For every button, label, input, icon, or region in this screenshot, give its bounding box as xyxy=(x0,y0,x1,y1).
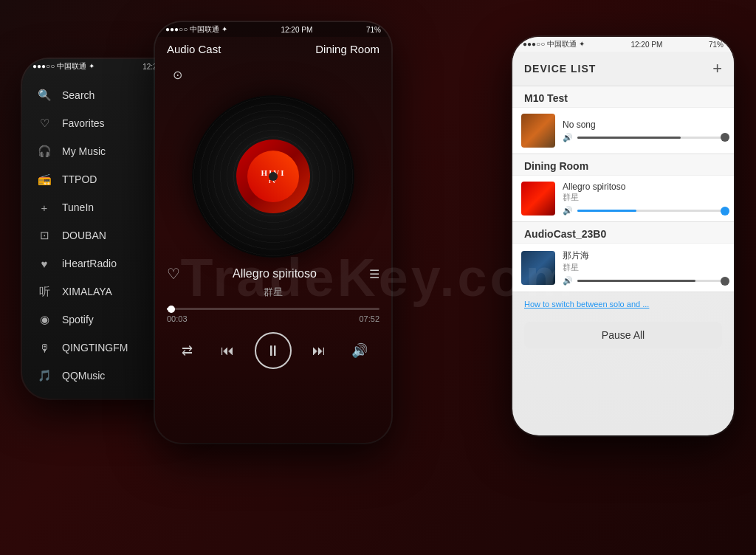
device-section-2: AudioCast_23B0 那片海 群星 🔊 xyxy=(512,222,734,292)
volume-icon-1: 🔊 xyxy=(563,206,573,216)
device-song-1: Allegro spiritoso xyxy=(563,182,725,192)
time-current: 00:03 xyxy=(167,314,188,323)
playlist-button[interactable]: ☰ xyxy=(369,267,379,281)
status-time-right: 12:20 PM xyxy=(630,41,662,49)
status-battery-right: 71% xyxy=(709,41,724,49)
player-controls-area: ♡ Allegro spiritoso ☰ 群星 00:03 07:52 ⇄ xyxy=(155,265,391,443)
time-total: 07:52 xyxy=(359,314,379,323)
device-volume-row-0: 🔊 xyxy=(563,133,725,142)
device-song-2: 那片海 xyxy=(563,249,725,262)
player-header: Audio Cast Dining Room xyxy=(155,37,391,61)
ximalaya-icon: 听 xyxy=(37,284,52,299)
ttpod-icon: 📻 xyxy=(37,172,52,187)
player-header-right: Dining Room xyxy=(315,43,379,55)
device-artist-2: 群星 xyxy=(563,262,725,273)
device-list-header: DEVICE LIST + xyxy=(512,52,734,86)
progress-bar[interactable] xyxy=(167,308,379,310)
iheartradio-icon: ♥ xyxy=(37,256,52,271)
heart-button[interactable]: ♡ xyxy=(167,265,180,283)
volume-button[interactable]: 🔊 xyxy=(346,337,373,364)
volume-fill-0 xyxy=(577,137,681,139)
vinyl-container: HIVI IV xyxy=(155,88,391,265)
device-song-0: No song xyxy=(563,120,725,130)
favorites-icon: ♡ xyxy=(37,116,52,131)
player-header-left: Audio Cast xyxy=(167,43,221,55)
device-section-0: M10 Test No song 🔊 xyxy=(512,86,734,154)
volume-slider-0[interactable] xyxy=(577,137,725,139)
device-section-header-2: AudioCast_23B0 xyxy=(512,222,734,244)
status-battery-center: 71% xyxy=(366,26,381,34)
device-section-header-0: M10 Test xyxy=(512,86,734,108)
favorites-label: Favorites xyxy=(62,117,105,129)
phone-right-screen: ●●●○○ 中国联通 ✦ 12:20 PM 71% DEVICE LIST + … xyxy=(512,37,734,435)
qingtingfm-label: QINGTINGFM xyxy=(62,342,128,354)
status-carrier-left: ●●●○○ 中国联通 ✦ xyxy=(32,61,94,72)
next-button[interactable]: ⏭ xyxy=(306,337,332,364)
spotify-label: Spotify xyxy=(62,314,94,325)
ttpod-label: TTPOD xyxy=(62,173,97,185)
qqmusic-icon: 🎵 xyxy=(37,368,52,383)
device-section-header-1: Dining Room xyxy=(512,154,734,176)
add-device-button[interactable]: + xyxy=(712,59,722,78)
ximalaya-label: XIMALAYA xyxy=(62,286,112,297)
device-sections: M10 Test No song 🔊 Dining Room xyxy=(512,86,734,292)
progress-thumb xyxy=(168,306,175,313)
device-art-2 xyxy=(521,251,555,285)
shuffle-button[interactable]: ⇄ xyxy=(173,337,200,364)
volume-fill-1 xyxy=(577,210,636,212)
progress-track xyxy=(167,308,379,310)
status-carrier-center: ●●●○○ 中国联通 ✦ xyxy=(165,24,227,35)
phone-center-screen: ●●●○○ 中国联通 ✦ 12:20 PM 71% Audio Cast Din… xyxy=(155,22,391,443)
vinyl-center xyxy=(269,172,278,181)
device-volume-row-2: 🔊 xyxy=(563,276,725,286)
device-artist-1: 群星 xyxy=(563,192,725,203)
device-list-title: DEVICE LIST xyxy=(524,63,596,75)
phone-right: ●●●○○ 中国联通 ✦ 12:20 PM 71% DEVICE LIST + … xyxy=(512,37,734,435)
volume-fill-2 xyxy=(577,280,695,282)
time-row: 00:03 07:52 xyxy=(167,314,379,323)
device-art-1 xyxy=(521,182,555,216)
status-bar-center: ●●●○○ 中国联通 ✦ 12:20 PM 71% xyxy=(155,22,391,37)
phone-center: ●●●○○ 中国联通 ✦ 12:20 PM 71% Audio Cast Din… xyxy=(155,22,391,443)
status-time-center: 12:20 PM xyxy=(281,26,312,34)
status-bar-right: ●●●○○ 中国联通 ✦ 12:20 PM 71% xyxy=(512,37,734,52)
my-music-label: My Music xyxy=(62,145,106,157)
play-pause-button[interactable]: ⏸ xyxy=(255,332,292,369)
qingtingfm-icon: 🎙 xyxy=(37,340,52,355)
track-info-row: ♡ Allegro spiritoso ☰ xyxy=(167,265,379,283)
tunein-icon: + xyxy=(37,200,52,215)
tunein-label: TuneIn xyxy=(62,201,94,213)
linein-icon: ⊳ xyxy=(37,396,52,399)
device-item-2[interactable]: 那片海 群星 🔊 xyxy=(512,244,734,292)
device-item-0[interactable]: No song 🔊 xyxy=(512,108,734,154)
volume-thumb-0 xyxy=(721,133,729,142)
progress-fill xyxy=(167,308,171,310)
volume-icon-0: 🔊 xyxy=(563,133,573,142)
device-section-1: Dining Room Allegro spiritoso 群星 🔊 xyxy=(512,154,734,222)
search-label: Search xyxy=(62,89,94,101)
switch-help-link[interactable]: How to switch between solo and ... xyxy=(512,292,734,316)
prev-button[interactable]: ⏮ xyxy=(214,337,241,364)
cast-icon[interactable]: ⊙ xyxy=(167,64,188,85)
track-artist: 群星 xyxy=(167,286,379,299)
douban-icon: ⊡ xyxy=(37,228,52,243)
device-info-2: 那片海 群星 🔊 xyxy=(563,249,725,286)
linein-label: Line In xyxy=(62,398,93,399)
device-info-1: Allegro spiritoso 群星 🔊 xyxy=(563,182,725,216)
device-info-0: No song 🔊 xyxy=(563,120,725,142)
douban-label: DOUBAN xyxy=(62,230,106,241)
device-volume-row-1: 🔊 xyxy=(563,206,725,216)
vinyl-record: HIVI IV xyxy=(192,95,354,258)
my-music-icon: 🎧 xyxy=(37,144,52,159)
volume-slider-1[interactable] xyxy=(577,210,725,212)
status-carrier-right: ●●●○○ 中国联通 ✦ xyxy=(523,39,585,49)
track-title: Allegro spiritoso xyxy=(180,267,369,280)
qqmusic-label: QQMusic xyxy=(62,370,105,382)
device-item-1[interactable]: Allegro spiritoso 群星 🔊 xyxy=(512,176,734,221)
volume-slider-2[interactable] xyxy=(577,280,725,282)
spotify-icon: ◉ xyxy=(37,312,52,327)
pause-all-button[interactable]: Pause All xyxy=(524,322,722,348)
volume-icon-2: 🔊 xyxy=(563,276,573,286)
volume-thumb-2 xyxy=(721,277,729,286)
volume-thumb-1 xyxy=(721,207,729,216)
